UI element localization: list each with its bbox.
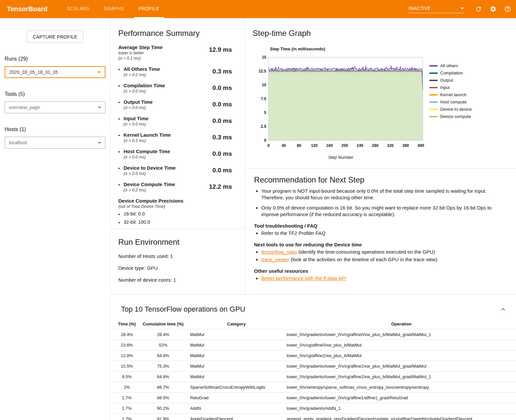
perf-item-value: 0.0 ms (213, 99, 237, 110)
bullet-icon: • (118, 132, 124, 143)
recommendation-bullets: Your program is NOT input-bound because … (254, 188, 507, 218)
perf-item-sigma: (σ = 0.0 ms) (124, 171, 213, 176)
next-tools-list: tensorflow_stats (identify the time-cons… (254, 249, 507, 263)
cell-time: 1.7% (114, 403, 140, 413)
perf-item: •Kernel Launch Time(σ = 0.1 ms)0.3 ms (118, 132, 237, 143)
perf-item: •Input Time(σ = 0.0 ms)0.0 ms (118, 116, 237, 126)
svg-text:10: 10 (262, 83, 267, 87)
tools-selected-value: overview_page (9, 105, 40, 110)
column-header: Cumulative time (%) (140, 319, 186, 329)
perf-item-value: 0.0 ms (213, 116, 237, 126)
resource-item: Better performance with the tf.data API (261, 275, 507, 282)
legend-label: Device compute (440, 114, 471, 119)
faq-items: Refer to the TF2 Profiler FAQ (254, 230, 507, 237)
next-tool-item-text: (look at the activities on the timeline … (289, 257, 437, 262)
resource-item-link[interactable]: Better performance with the tf.data API (261, 275, 346, 281)
recommendation-bullet: Your program is NOT input-bound because … (261, 188, 507, 201)
cell-cumulative: 75.3% (140, 361, 186, 371)
capture-profile-button[interactable]: CAPTURE PROFILE (27, 31, 83, 43)
cell-time: 1.7% (114, 392, 140, 403)
table-row: 1.7%88.5%ReluGradtower_0/v/gradients/tow… (114, 392, 516, 403)
cell-operation: tower_0/v/gradients/tower_0/v/cg/affine2… (287, 371, 516, 382)
next-tool-item-link[interactable]: trace_viewer (261, 257, 289, 262)
performance-summary-title: Performance Summary (118, 29, 237, 38)
cell-time: 9.5% (114, 371, 140, 382)
svg-text:120: 120 (311, 143, 318, 148)
legend-item: Host compute (429, 99, 472, 104)
legend-item: Output (429, 78, 472, 83)
chevron-down-icon (98, 107, 101, 108)
status-value: INACTIVE (409, 6, 431, 11)
table-row: 2%86.7%SparseSoftmaxCrossEntropyWithLogi… (114, 382, 516, 392)
tools-dropdown[interactable]: overview_page (5, 101, 105, 113)
legend-swatch (429, 94, 438, 96)
legend-swatch (429, 101, 438, 103)
table-row: 28.4%28.4%MatMultower_0/v/gradients/towe… (114, 329, 516, 340)
svg-text:12.5: 12.5 (259, 69, 267, 73)
legend-swatch (429, 109, 438, 110)
settings-icon[interactable] (489, 5, 497, 13)
chart-title: Step Time (in milliseconds) (270, 46, 508, 51)
tab-profile[interactable]: PROFILE (134, 0, 164, 18)
tab-graphs[interactable]: GRAPHS (99, 0, 129, 18)
faq-heading: Tool troubleshooting / FAQ (254, 223, 507, 229)
cell-category: MatMul (186, 329, 287, 340)
collapse-icon[interactable] (500, 306, 506, 314)
runs-dropdown[interactable]: 2020_03_05_18_31_35 (5, 66, 105, 78)
cell-operation: tower_0/v/gradients/tower_0/v/cg/affine0… (287, 329, 516, 340)
svg-text:240: 240 (357, 143, 363, 148)
step-time-chart: Step Time (in milliseconds) 02.557.51012… (257, 46, 508, 160)
legend-label: Input (440, 85, 450, 90)
legend-swatch (429, 116, 438, 117)
perf-item-text: Output Time(σ = 0.0 ms) (124, 99, 213, 110)
cell-category: AddN (186, 403, 287, 413)
svg-text:7.5: 7.5 (261, 97, 266, 101)
bullet-icon: • (118, 66, 124, 77)
perf-item-text: Device Compute Time(σ = 0.2 ms) (124, 182, 209, 192)
cell-cumulative: 28.4% (140, 329, 186, 340)
cell-cumulative: 88.5% (140, 392, 186, 403)
table-row: 10.5%75.3%MatMultower_0/v/gradients/towe… (114, 361, 516, 371)
help-icon[interactable] (503, 5, 511, 13)
next-tool-item: tensorflow_stats (identify the time-cons… (261, 249, 507, 255)
legend-swatch (429, 72, 438, 74)
cell-operation: tower_0/v/cg/affine2/xw_plus_b/MatMul (287, 350, 516, 361)
perf-item-value: 0.0 ms (213, 83, 237, 94)
perf-item: •Device Compute Time(σ = 0.2 ms)12.2 ms (118, 182, 237, 192)
recommendation-section: Recommendation for Next Step Your progra… (245, 169, 516, 294)
svg-text:5: 5 (264, 110, 266, 115)
header-right: INACTIVE (408, 0, 516, 18)
perf-item-value: 0.0 ms (213, 149, 237, 159)
chart-legend: All othersCompilationOutputInputKernel l… (429, 55, 472, 121)
hosts-dropdown[interactable]: localhost (5, 137, 105, 149)
cell-time: 23.6% (114, 340, 140, 350)
recommendation-title: Recommendation for Next Step (254, 175, 507, 184)
perf-item-label: Kernel Launch Time (124, 132, 213, 138)
svg-text:80: 80 (297, 143, 301, 148)
header-tabs: SCALARSGRAPHSPROFILE (60, 0, 166, 18)
sidebar-groups: Runs (29)2020_03_05_18_31_35Tools (5)ove… (0, 56, 110, 149)
perf-item-text: Compilation Time(σ = 0.0 ms) (124, 83, 213, 94)
sidebar-group-runs: Runs (29)2020_03_05_18_31_35 (5, 56, 105, 78)
average-step-time-label: Average Step Time (118, 44, 209, 50)
runs-label: Runs (29) (5, 56, 105, 62)
cell-cumulative: 84.8% (140, 371, 186, 382)
chart-xlabel: Step Number (257, 155, 425, 160)
table-header-row: Time (%)Cumulative time (%)CategoryOpera… (114, 319, 516, 329)
refresh-icon[interactable] (474, 5, 482, 13)
run-environment-title: Run Environment (118, 238, 237, 247)
cell-cumulative: 86.7% (140, 382, 186, 392)
status-dropdown[interactable]: INACTIVE (408, 5, 465, 13)
next-tool-item-link[interactable]: tensorflow_stats (261, 249, 297, 255)
legend-item: Device to device (429, 107, 472, 112)
bullet-icon: • (118, 165, 124, 176)
table-body: 28.4%28.4%MatMultower_0/v/gradients/towe… (114, 329, 516, 420)
perf-item-label: Device Compute Time (124, 182, 209, 187)
step-time-graph-title: Step-time Graph (253, 29, 508, 38)
perf-item-sigma: (σ = 0.0 ms) (124, 105, 213, 110)
top-ops-title: Top 10 TensorFlow operations on GPU (121, 305, 516, 314)
tab-scalars[interactable]: SCALARS (62, 0, 94, 18)
run-environment-lines: Number of Hosts used: 1Device type: GPUN… (118, 253, 237, 283)
table-row: 23.6%52%MatMultower_0/v/cg/affine0/xw_pl… (114, 340, 516, 350)
sidebar: CAPTURE PROFILE Runs (29)2020_03_05_18_3… (0, 18, 110, 420)
